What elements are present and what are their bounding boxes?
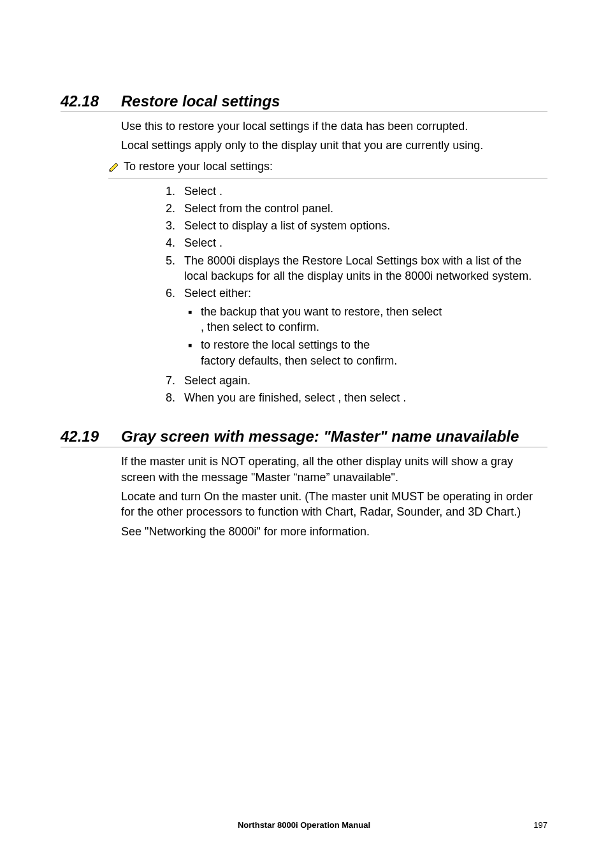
bullet-icon: ■ bbox=[184, 337, 196, 368]
bullet-icon: ■ bbox=[184, 304, 196, 335]
section-heading: 42.19 Gray screen with message: "Master"… bbox=[61, 428, 547, 447]
svg-marker-0 bbox=[110, 163, 118, 171]
list-text: Select . bbox=[184, 235, 547, 250]
list-number: 4. bbox=[156, 235, 175, 250]
section-number: 42.19 bbox=[61, 428, 121, 445]
body-paragraph: Locate and turn On the master unit. (The… bbox=[121, 489, 547, 520]
list-text: Select to display a list of system optio… bbox=[184, 218, 547, 233]
procedure-heading-text: To restore your local settings: bbox=[124, 160, 273, 173]
body-paragraph: Use this to restore your local settings … bbox=[121, 119, 547, 134]
list-item: 1. Select . bbox=[156, 184, 547, 199]
list-text: When you are finished, select , then sel… bbox=[184, 390, 547, 405]
bullet-text: to restore the local settings to the fac… bbox=[201, 337, 547, 368]
list-number: 6. bbox=[156, 286, 175, 370]
list-text: Select . bbox=[184, 184, 547, 199]
list-item: 4. Select . bbox=[156, 235, 547, 250]
procedure-heading: To restore your local settings: bbox=[108, 160, 547, 178]
list-number: 8. bbox=[156, 390, 175, 405]
bullet-item: ■ to restore the local settings to the f… bbox=[184, 337, 547, 368]
list-text: The 8000i displays the Restore Local Set… bbox=[184, 253, 547, 284]
body-paragraph: Local settings apply only to the display… bbox=[121, 138, 547, 153]
list-item: 8. When you are finished, select , then … bbox=[156, 390, 547, 405]
list-number: 2. bbox=[156, 201, 175, 216]
list-number: 5. bbox=[156, 253, 175, 284]
list-item: 6. Select either: ■ the backup that you … bbox=[156, 286, 547, 370]
list-item: 2. Select from the control panel. bbox=[156, 201, 547, 216]
bullet-text: the backup that you want to restore, the… bbox=[201, 304, 547, 335]
section-title: Restore local settings bbox=[121, 92, 280, 110]
bullet-item: ■ the backup that you want to restore, t… bbox=[184, 304, 547, 335]
section-heading: 42.18 Restore local settings bbox=[61, 92, 547, 112]
pencil-icon bbox=[108, 161, 121, 175]
list-number: 7. bbox=[156, 373, 175, 388]
list-text: Select from the control panel. bbox=[184, 201, 547, 216]
body-paragraph: If the master unit is NOT operating, all… bbox=[121, 454, 547, 485]
list-item: 7. Select again. bbox=[156, 373, 547, 388]
list-text: Select either: ■ the backup that you wan… bbox=[184, 286, 547, 370]
list-number: 3. bbox=[156, 218, 175, 233]
list-item: 5. The 8000i displays the Restore Local … bbox=[156, 253, 547, 284]
section-title: Gray screen with message: "Master" name … bbox=[121, 428, 519, 445]
bullet-list: ■ the backup that you want to restore, t… bbox=[184, 304, 547, 368]
body-paragraph: See "Networking the 8000i" for more info… bbox=[121, 524, 547, 539]
footer-title: Northstar 8000i Operation Manual bbox=[0, 820, 608, 830]
list-item: 3. Select to display a list of system op… bbox=[156, 218, 547, 233]
section-number: 42.18 bbox=[61, 92, 121, 110]
list-number: 1. bbox=[156, 184, 175, 199]
list-text: Select again. bbox=[184, 373, 547, 388]
ordered-list: 1. Select . 2. Select from the control p… bbox=[156, 184, 547, 406]
page-number: 197 bbox=[533, 820, 547, 830]
